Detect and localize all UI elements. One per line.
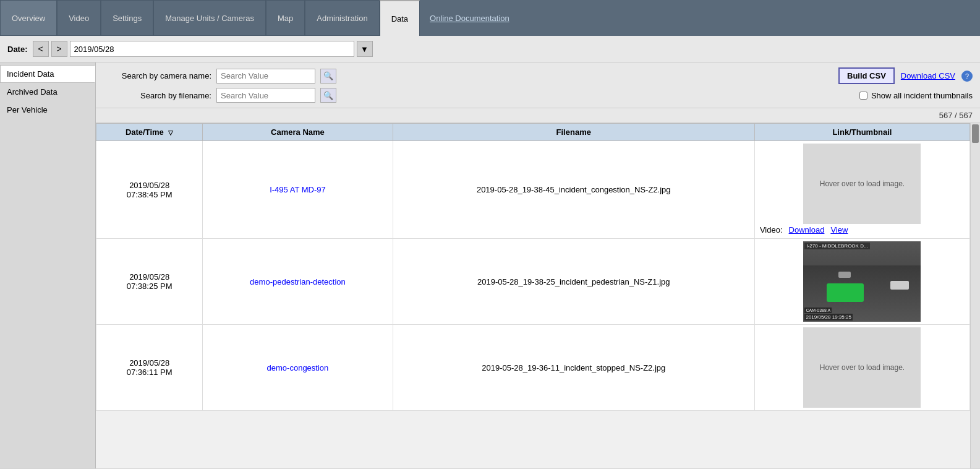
right-controls: Build CSV Download CSV ?: [838, 67, 973, 84]
search-area: Search by camera name: 🔍 Build CSV Downl…: [96, 62, 980, 108]
row-thumbnail: I-270 - MIDDLEBROOK D... 2019/05/28 19:3…: [754, 239, 969, 325]
online-documentation-link[interactable]: Online Documentation: [430, 14, 509, 23]
video-prefix: Video:: [760, 225, 783, 234]
cam-badge: CAM-0388 A: [804, 308, 832, 313]
search-icon-2: 🔍: [323, 91, 333, 100]
cam-top-text: I-270 - MIDDLEBROOK D...: [804, 243, 869, 249]
row-camera-name: I-495 AT MD-97: [203, 141, 393, 239]
tab-map[interactable]: Map: [266, 0, 305, 36]
date-label: Date:: [7, 45, 28, 54]
show-thumbnails-label: Show all incident thumbnails: [871, 91, 973, 100]
filename-label: Search by filename:: [103, 91, 211, 100]
sidebar-item-per-vehicle[interactable]: Per Vehicle: [0, 101, 95, 119]
show-thumbnails-row: Show all incident thumbnails: [859, 91, 973, 100]
search-icon: 🔍: [323, 71, 333, 80]
show-thumbnails-checkbox[interactable]: [859, 92, 867, 100]
sidebar-item-incident-data[interactable]: Incident Data: [0, 65, 95, 83]
camera-link[interactable]: I-495 AT MD-97: [270, 185, 326, 194]
camera-name-search-button[interactable]: 🔍: [320, 69, 336, 84]
row-thumbnail: Hover over to load image. Video: Downloa…: [754, 141, 969, 239]
download-csv-link[interactable]: Download CSV: [901, 71, 955, 80]
main-area: Incident Data Archived Data Per Vehicle …: [0, 62, 980, 468]
camera-name-input[interactable]: [216, 69, 315, 84]
camera-thumbnail-image: I-270 - MIDDLEBROOK D... 2019/05/28 19:3…: [803, 241, 921, 322]
table-row: 2019/05/28 07:36:11 PM demo-congestion 2…: [96, 325, 970, 411]
camera-link[interactable]: demo-congestion: [267, 363, 329, 372]
tab-data[interactable]: Data: [380, 0, 420, 36]
filename-search-row: Search by filename: 🔍: [103, 88, 336, 103]
date-next-button[interactable]: >: [51, 41, 67, 57]
tab-settings[interactable]: Settings: [101, 0, 153, 36]
video-download-link[interactable]: Download: [789, 225, 825, 234]
row-camera-name: demo-congestion: [203, 325, 393, 411]
table-row: 2019/05/28 07:38:45 PM I-495 AT MD-97 20…: [96, 141, 970, 239]
bus-shape: [827, 283, 864, 302]
col-thumbnail: Link/Thumbnail: [754, 124, 969, 141]
date-bar: Date: < > ▼: [0, 36, 980, 62]
table-row: 2019/05/28 07:38:25 PM demo-pedestrian-d…: [96, 239, 970, 325]
tab-administration[interactable]: Administration: [305, 0, 379, 36]
date-prev-button[interactable]: <: [33, 41, 49, 57]
video-link-row: Video: Download View: [757, 224, 967, 236]
tab-overview[interactable]: Overview: [0, 0, 57, 36]
thumbnail-placeholder: Hover over to load image.: [803, 327, 921, 408]
col-camera-name: Camera Name: [203, 124, 393, 141]
count-row: 567 / 567: [96, 108, 980, 123]
thumbnail-placeholder: Hover over to load image.: [803, 144, 921, 224]
camera-name-search-row: Search by camera name: 🔍: [103, 69, 336, 84]
car1-shape: [890, 281, 909, 290]
row-filename: 2019-05-28_19-38-45_incident_congestion_…: [393, 141, 754, 239]
col-filename: Filename: [393, 124, 754, 141]
record-count: 567 / 567: [939, 111, 973, 120]
thumbnails-control: Show all incident thumbnails: [859, 91, 973, 100]
row-filename: 2019-05-28_19-36-11_incident_stopped_NS-…: [393, 325, 754, 411]
cam-overlay-text: 2019/05/28 19:35:25: [804, 314, 852, 321]
date-input[interactable]: [70, 41, 354, 57]
scrollbar[interactable]: [970, 123, 980, 468]
row-thumbnail: Hover over to load image.: [754, 325, 969, 411]
row-datetime: 2019/05/28 07:38:25 PM: [96, 239, 203, 325]
sidebar-item-archived-data[interactable]: Archived Data: [0, 83, 95, 101]
row-camera-name: demo-pedestrian-detection: [203, 239, 393, 325]
table-area: Date/Time ▽ Camera Name Filename Link/Th…: [96, 123, 980, 468]
filename-input[interactable]: [216, 88, 315, 103]
table-wrapper[interactable]: Date/Time ▽ Camera Name Filename Link/Th…: [96, 123, 970, 468]
camera-name-label: Search by camera name:: [103, 71, 211, 80]
col-datetime: Date/Time ▽: [96, 124, 203, 141]
car2-shape: [838, 272, 851, 278]
camera-link[interactable]: demo-pedestrian-detection: [250, 277, 346, 286]
build-csv-button[interactable]: Build CSV: [838, 67, 895, 84]
sidebar: Incident Data Archived Data Per Vehicle: [0, 62, 96, 468]
top-navigation: Overview Video Settings Manage Units / C…: [0, 0, 980, 36]
sort-arrow-icon: ▽: [168, 129, 173, 136]
tab-manage-units[interactable]: Manage Units / Cameras: [153, 0, 266, 36]
video-view-link[interactable]: View: [830, 225, 848, 234]
content-area: Search by camera name: 🔍 Build CSV Downl…: [96, 62, 980, 468]
help-icon[interactable]: ?: [961, 71, 973, 82]
row-datetime: 2019/05/28 07:38:45 PM: [96, 141, 203, 239]
row-datetime: 2019/05/28 07:36:11 PM: [96, 325, 203, 411]
filename-search-button[interactable]: 🔍: [320, 88, 336, 103]
tab-video[interactable]: Video: [57, 0, 101, 36]
date-dropdown-button[interactable]: ▼: [357, 41, 373, 57]
incident-table: Date/Time ▽ Camera Name Filename Link/Th…: [96, 123, 970, 411]
row-filename: 2019-05-28_19-38-25_incident_pedestrian_…: [393, 239, 754, 325]
scrollbar-thumb[interactable]: [972, 124, 979, 143]
